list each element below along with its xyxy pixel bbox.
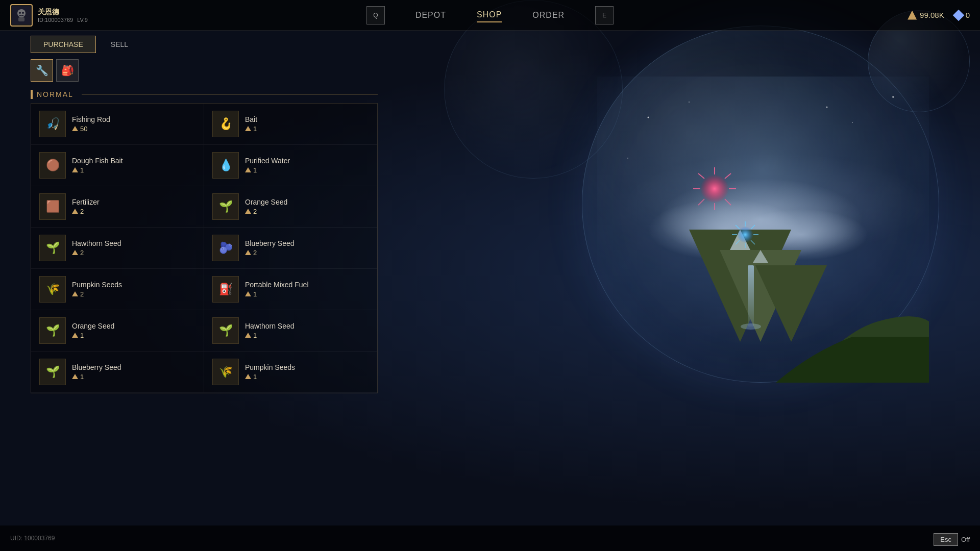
price-icon [245, 374, 251, 379]
shop-item-right-1[interactable]: 💧 Purified Water 1 [204, 145, 377, 186]
q-key-button[interactable]: Q [366, 6, 385, 24]
player-details: 关恩德 ID:100003769 LV.9 [38, 8, 88, 23]
item-details: Orange Seed 1 [72, 322, 195, 339]
item-icon: 🌱 [39, 235, 66, 261]
esc-area: Esc Off [934, 533, 970, 546]
item-icon: 🌱 [212, 317, 239, 344]
shop-item-left-2[interactable]: 🟫 Fertilizer 2 [31, 186, 204, 228]
diamonds-display: 0 [954, 11, 970, 19]
price-value: 2 [253, 208, 257, 215]
nav-order[interactable]: ORDER [532, 9, 565, 22]
diamond-icon [952, 9, 964, 21]
item-price: 2 [245, 208, 369, 215]
nav-right: 99.08K 0 [857, 11, 970, 20]
item-icon: 💧 [212, 152, 239, 179]
shop-item-left-5[interactable]: 🌱 Orange Seed 1 [31, 310, 204, 352]
price-value: 2 [80, 249, 84, 257]
uid-text: UID: 100003769 [10, 535, 55, 542]
bag-icon: 🎒 [61, 64, 74, 77]
nav-depot[interactable]: DEPOT [415, 9, 446, 22]
items-grid: 🎣 Fishing Rod 50 🪝 Bait [31, 103, 378, 393]
esc-button[interactable]: Esc [934, 533, 958, 546]
shop-item-left-6[interactable]: 🌱 Blueberry Seed 1 [31, 352, 204, 393]
item-price: 1 [245, 125, 369, 133]
price-icon [72, 167, 78, 172]
tools-icon: 🔧 [36, 64, 48, 77]
price-icon [72, 291, 78, 296]
diamonds-value: 0 [966, 11, 970, 19]
item-details: Fertilizer 2 [72, 198, 195, 215]
price-value: 50 [80, 125, 87, 133]
item-details: Fishing Rod 50 [72, 115, 195, 133]
price-icon [72, 126, 78, 131]
item-name: Fertilizer [72, 198, 195, 207]
price-icon [245, 333, 251, 338]
price-value: 1 [253, 332, 257, 339]
e-key-button[interactable]: E [595, 6, 614, 24]
off-label: Off [961, 536, 970, 543]
item-icon: 🌱 [39, 359, 66, 385]
price-icon [245, 250, 251, 255]
nav-center: Q DEPOT SHOP ORDER E [122, 6, 857, 24]
item-icon: 🌱 [39, 317, 66, 344]
item-details: Orange Seed 2 [245, 198, 369, 215]
shop-item-right-3[interactable]: 🫐 Blueberry Seed 2 [204, 228, 377, 269]
item-details: Blueberry Seed 2 [245, 239, 369, 257]
coins-display: 99.08K [908, 11, 944, 20]
price-icon [245, 167, 251, 172]
nav-shop[interactable]: SHOP [477, 8, 502, 22]
price-icon [245, 291, 251, 296]
item-price: 1 [72, 332, 195, 339]
item-details: Hawthorn Seed 2 [72, 239, 195, 257]
shop-item-right-5[interactable]: 🌱 Hawthorn Seed 1 [204, 310, 377, 352]
item-icon: 🫐 [212, 235, 239, 261]
shop-item-left-3[interactable]: 🌱 Hawthorn Seed 2 [31, 228, 204, 269]
item-price: 1 [72, 373, 195, 381]
tab-sell[interactable]: SELL [98, 36, 141, 53]
shop-item-left-1[interactable]: 🟤 Dough Fish Bait 1 [31, 145, 204, 186]
q-key-label: Q [373, 12, 378, 19]
item-name: Fishing Rod [72, 115, 195, 124]
shop-item-right-2[interactable]: 🌱 Orange Seed 2 [204, 186, 377, 228]
price-value: 2 [80, 290, 84, 298]
item-details: Blueberry Seed 1 [72, 363, 195, 381]
item-price: 2 [72, 208, 195, 215]
item-name: Pumpkin Seeds [72, 281, 195, 289]
price-value: 1 [253, 290, 257, 298]
price-value: 2 [253, 249, 257, 257]
shop-item-right-0[interactable]: 🪝 Bait 1 [204, 104, 377, 145]
price-icon [72, 333, 78, 338]
price-icon [245, 209, 251, 214]
item-name: Purified Water [245, 157, 369, 165]
avatar [10, 4, 33, 27]
shop-item-left-4[interactable]: 🌾 Pumpkin Seeds 2 [31, 269, 204, 310]
player-meta: ID:100003769 LV.9 [38, 17, 88, 23]
item-icon: 🎣 [39, 111, 66, 137]
shop-item-right-4[interactable]: ⛽ Portable Mixed Fuel 1 [204, 269, 377, 310]
tab-purchase[interactable]: PURCHASE [31, 36, 96, 53]
item-details: Portable Mixed Fuel 1 [245, 281, 369, 298]
item-name: Pumpkin Seeds [245, 363, 369, 372]
item-name: Blueberry Seed [72, 363, 195, 372]
player-level: LV.9 [77, 17, 88, 23]
item-name: Dough Fish Bait [72, 157, 195, 165]
item-icon: 🌾 [39, 276, 66, 303]
shop-item-left-0[interactable]: 🎣 Fishing Rod 50 [31, 104, 204, 145]
e-key-label: E [602, 12, 606, 19]
item-details: Dough Fish Bait 1 [72, 157, 195, 174]
ui-layer: 关恩德 ID:100003769 LV.9 Q DEPOT SHOP ORDER… [0, 0, 980, 551]
price-value: 2 [80, 208, 84, 215]
price-value: 1 [80, 166, 84, 174]
section-header: NORMAL [31, 90, 378, 99]
section-divider [82, 94, 378, 95]
item-price: 2 [72, 290, 195, 298]
price-value: 1 [253, 166, 257, 174]
item-icon: ⛽ [212, 276, 239, 303]
price-value: 1 [80, 332, 84, 339]
item-name: Portable Mixed Fuel [245, 281, 369, 289]
cat-tools-button[interactable]: 🔧 [31, 59, 53, 82]
item-price: 1 [72, 166, 195, 174]
coins-icon [908, 11, 917, 20]
shop-item-right-6[interactable]: 🌾 Pumpkin Seeds 1 [204, 352, 377, 393]
cat-bag-button[interactable]: 🎒 [56, 59, 79, 82]
